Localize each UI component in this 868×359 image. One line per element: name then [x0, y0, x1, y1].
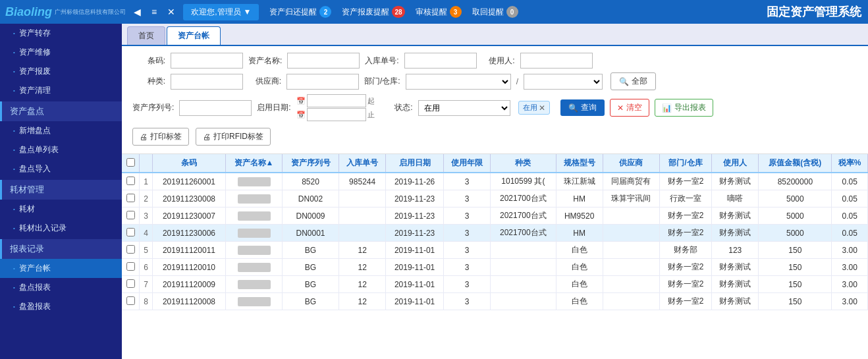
subdept-select[interactable] — [524, 74, 603, 90]
cell-tiaoma: 201911120011 — [163, 246, 215, 255]
serial-input[interactable] — [179, 100, 252, 116]
cell-tiaoma: 201911120010 — [163, 263, 215, 272]
sidebar-item-inventory-report[interactable]: • 盘点报表 — [0, 278, 122, 297]
all-button[interactable]: 🔍 全部 — [610, 72, 656, 90]
dot-icon: • — [13, 285, 15, 290]
dept-select[interactable] — [406, 74, 511, 90]
table-row[interactable]: 8201911120008 BG122019-11-013白色财务一室2财务测试… — [122, 293, 868, 310]
ruku-input[interactable] — [404, 53, 477, 69]
cell-years: 3 — [465, 229, 470, 238]
table-row[interactable]: 7201911120009 BG122019-11-013白色财务一室2财务测试… — [122, 276, 868, 293]
cell-tiaoma: 201911120009 — [163, 280, 215, 289]
row-checkbox[interactable] — [126, 211, 135, 219]
ruku-label: 入库单号: — [365, 55, 398, 67]
tabs-bar: 首页 资产台帐 — [122, 24, 868, 46]
sidebar-item-asset-scrap[interactable]: • 资产报废 — [0, 62, 122, 81]
kind-input[interactable] — [171, 74, 243, 90]
cell-serial: DN002 — [298, 194, 323, 204]
export-button[interactable]: 📊 导出报表 — [655, 99, 713, 117]
row-checkbox[interactable] — [126, 296, 135, 305]
calendar-end-icon[interactable]: 📅 — [296, 111, 306, 119]
notify-scrap[interactable]: 资产报废提醒 28 — [342, 6, 404, 18]
nav-close-button[interactable]: ✕ — [163, 5, 179, 18]
sidebar-item-asset-repair[interactable]: • 资产维修 — [0, 43, 122, 62]
col-checkbox — [122, 154, 140, 173]
sidebar-item-inventory-list[interactable]: • 盘点单列表 — [0, 140, 122, 159]
query-button[interactable]: 🔍 查询 — [560, 99, 605, 116]
dot-icon: • — [13, 166, 15, 172]
cell-user: 嘀嗒 — [727, 194, 743, 203]
cell-price: 5000 — [786, 194, 804, 204]
sidebar-item-asset-clear[interactable]: • 资产清理 — [0, 81, 122, 100]
cell-years: 3 — [465, 246, 470, 255]
sidebar-item-consumables-record[interactable]: • 耗材出入记录 — [0, 219, 122, 238]
sidebar-item-surplus-report[interactable]: • 盘盈报表 — [0, 297, 122, 316]
notify-scrap-badge: 28 — [392, 6, 404, 18]
cell-start-date: 2019-11-01 — [394, 263, 435, 272]
status-clear-icon[interactable]: ✕ — [539, 103, 545, 113]
row-checkbox[interactable] — [126, 245, 135, 254]
print-row: 🖨 打印标签 🖨 打印RFID标签 — [132, 125, 857, 147]
sidebar-item-new-inventory[interactable]: • 新增盘点 — [0, 121, 122, 140]
print-tag-button[interactable]: 🖨 打印标签 — [132, 128, 189, 146]
print-icon: 🖨 — [140, 132, 148, 142]
notify-return[interactable]: 资产归还提醒 2 — [269, 6, 331, 18]
table-row[interactable]: 4201911230006 DN00012019-11-2332021700台式… — [122, 225, 868, 242]
row-checkbox[interactable] — [126, 177, 135, 185]
welcome-button[interactable]: 欢迎您,管理员 ▼ — [183, 4, 259, 20]
dot-icon: • — [13, 304, 15, 310]
cell-dept: 财务部 — [674, 245, 697, 254]
nav-back-button[interactable]: ◀ — [130, 5, 145, 18]
supplier-input[interactable] — [286, 74, 359, 90]
table-row[interactable]: 5201911120011 BG122019-11-013白色财务部123150… — [122, 242, 868, 259]
date-start-input[interactable] — [307, 94, 366, 107]
sidebar-item-asset-ledger[interactable]: • 资产台帐 — [0, 259, 122, 278]
status-select[interactable]: 在用 闲置 报废 — [418, 100, 510, 116]
table-row[interactable]: 6201911120010 BG122019-11-013白色财务一室2财务测试… — [122, 259, 868, 276]
row-checkbox[interactable] — [126, 262, 135, 271]
row-checkbox[interactable] — [126, 194, 135, 202]
cell-start-date: 2019-11-01 — [394, 246, 435, 255]
col-supplier: 供应商 — [603, 154, 659, 173]
row-number: 8 — [144, 297, 148, 306]
nav-menu-button[interactable]: ≡ — [148, 5, 161, 18]
row-checkbox[interactable] — [126, 228, 135, 236]
tiaoma-input[interactable] — [171, 53, 243, 69]
tab-asset-ledger[interactable]: 资产台帐 — [167, 26, 221, 45]
cell-asset-name — [238, 229, 271, 238]
asset-name-input[interactable] — [287, 53, 360, 69]
date-end-input[interactable] — [307, 108, 366, 121]
cell-tax: 0.05 — [842, 211, 857, 221]
cell-spec: 白色 — [572, 296, 587, 306]
cell-spec: HM9520 — [564, 211, 594, 221]
cell-serial: DN0009 — [296, 211, 325, 221]
table-row[interactable]: 2201911230008 DN0022019-11-2332021700台式H… — [122, 190, 868, 207]
table-row[interactable]: 1201911260001 85209852442019-11-26310105… — [122, 173, 868, 190]
cell-years: 3 — [465, 177, 470, 186]
cell-tax: 3.00 — [842, 280, 857, 289]
cell-user: 123 — [728, 246, 742, 255]
tab-home[interactable]: 首页 — [127, 26, 165, 45]
asset-table: 条码 资产名称▲ 资产序列号 入库单号 启用日期 使用年限 种类 规格型号 供应… — [122, 154, 868, 310]
select-all-checkbox[interactable] — [126, 158, 135, 167]
clear-button[interactable]: ✕ 清空 — [610, 99, 649, 117]
calendar-start-icon[interactable]: 📅 — [296, 97, 306, 105]
cell-user: 财务测试 — [719, 228, 751, 237]
sidebar-item-inventory-import[interactable]: • 盘点导入 — [0, 159, 122, 179]
print-rfid-button[interactable]: 🖨 打印RFID标签 — [196, 128, 271, 146]
status-label: 状态: — [380, 102, 413, 113]
notify-recall[interactable]: 取回提醒 0 — [472, 6, 518, 18]
col-ruku: 入库单号 — [339, 154, 386, 173]
sidebar-item-asset-transfer[interactable]: • 资产转存 — [0, 24, 122, 43]
status-select-area: 在用 闲置 报废 — [418, 100, 510, 116]
cell-user: 财务测试 — [719, 262, 751, 271]
row-checkbox[interactable] — [126, 279, 135, 288]
dot-icon: • — [13, 206, 15, 212]
sidebar-item-consumables[interactable]: • 耗材 — [0, 200, 122, 219]
notify-review[interactable]: 审核提醒 3 — [416, 6, 462, 18]
user-input[interactable] — [520, 53, 593, 69]
cell-spec: 珠江新城 — [564, 177, 595, 186]
sidebar-section-consumables: 耗材管理 — [0, 180, 122, 200]
table-row[interactable]: 3201911230007 DN00092019-11-2332021700台式… — [122, 207, 868, 225]
cell-supplier: 同届商贸有 — [611, 177, 651, 186]
